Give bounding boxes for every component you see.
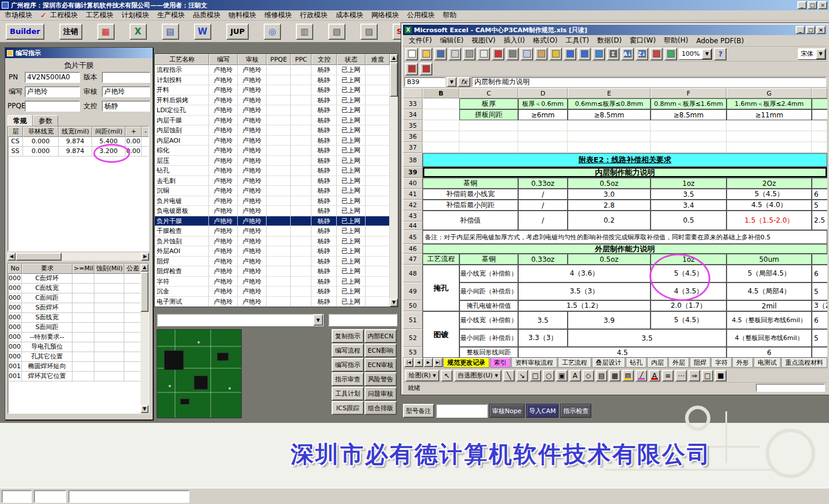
grid-cell[interactable]: 最小间距（补偿后） (459, 329, 518, 347)
print-preview-icon[interactable] (477, 48, 490, 60)
print-icon[interactable] (463, 48, 476, 60)
menu-item-7[interactable]: 物料模块 (229, 10, 256, 20)
version-field[interactable] (102, 72, 150, 83)
column-header[interactable] (403, 88, 423, 98)
oval-icon[interactable]: ○ (543, 370, 554, 381)
builder-logo[interactable]: Builder (6, 24, 44, 40)
save-icon[interactable] (434, 48, 447, 60)
row-header[interactable]: 43 (403, 211, 423, 222)
export-pdf-icon[interactable] (405, 63, 418, 75)
row-header[interactable]: 42 (403, 200, 423, 211)
excel-icon[interactable]: X (130, 24, 147, 40)
column-header[interactable]: + (126, 127, 142, 137)
grid-cell[interactable]: 5 (812, 200, 827, 211)
process-row[interactable]: 去毛刺卢艳玲卢艳玲杨静已上网 (155, 176, 390, 186)
font-name-combobox[interactable]: 宋体▼ (798, 48, 826, 60)
table-icon[interactable]: ▤ (162, 24, 179, 40)
grid-cell[interactable]: 5（局部4.5） (727, 265, 812, 282)
menu-item-10[interactable]: 成本模块 (336, 10, 363, 20)
kanban-icon[interactable]: ▦ (97, 24, 115, 40)
grid-cell[interactable]: 掩孔电镀补偿值 (459, 300, 518, 311)
sheet-tab-外形[interactable]: 外形 (732, 358, 753, 368)
ics-track-button[interactable]: ICS跟踪 (332, 401, 364, 415)
sheet-tab-重点流程材料[interactable]: 重点流程材料 (781, 358, 827, 368)
row-header[interactable]: 49 (403, 282, 423, 300)
excel-menu-item-1[interactable]: 文件(F) (405, 35, 435, 46)
grid-cell-empty[interactable] (459, 142, 518, 153)
scroll-thumb[interactable] (140, 272, 149, 312)
excel-menu-item-10[interactable]: Adobe PDF(B) (693, 36, 747, 45)
process-select-combobox[interactable]: ▼ (157, 314, 324, 326)
grid-cell[interactable]: 3.5（3） (518, 282, 651, 300)
grid-cell[interactable]: 0.33oz (518, 178, 568, 189)
fill-color-icon[interactable]: ▨ (622, 370, 634, 381)
row-header[interactable]: 46 (403, 244, 423, 254)
grid-cell[interactable]: 6 (727, 347, 812, 358)
grid-cell[interactable]: 0.33oz (518, 254, 568, 265)
column-header[interactable]: 文控 (311, 54, 337, 65)
hyperlink-icon[interactable] (592, 48, 605, 60)
grid-cell[interactable]: 5（4.5） (651, 311, 727, 329)
arrow-icon[interactable]: ↘ (516, 370, 528, 381)
table-row[interactable]: 000S面线宽 (8, 313, 142, 323)
sort-asc-icon[interactable]: A↓ (621, 48, 634, 60)
process-row[interactable]: 负片电镀卢艳玲卢艳玲杨静已上网 (155, 196, 390, 207)
row-header[interactable]: 48 (403, 265, 423, 282)
sheet-tab-钻孔[interactable]: 钻孔 (626, 358, 647, 368)
restore-button[interactable]: □ (806, 26, 815, 34)
grid-cell[interactable] (812, 109, 827, 120)
instruction-review-button[interactable]: 指示审查 (332, 372, 364, 386)
grid-cell[interactable]: 2Oz (727, 178, 812, 189)
row-header[interactable]: 45 (403, 230, 423, 244)
grid-cell-empty[interactable] (518, 120, 568, 131)
combine-layout-button[interactable]: 组合排版 (364, 401, 397, 415)
menu-item-9[interactable]: 行政模块 (300, 10, 328, 20)
grid-cell[interactable]: 2.5 (812, 211, 827, 230)
fax-icon[interactable]: ▥ (296, 24, 313, 40)
writer-field[interactable]: 卢艳玲 (25, 86, 80, 97)
menu-item-3[interactable]: 工艺模块 (86, 10, 113, 20)
instruction-check-button[interactable]: 指示检查 (560, 404, 591, 418)
cut-icon[interactable] (506, 48, 519, 60)
grid-cell-empty[interactable] (459, 120, 518, 131)
scroll-track[interactable] (16, 253, 141, 261)
dash-style-icon[interactable]: ⋯ (675, 370, 687, 381)
grid-cell-empty[interactable] (651, 131, 727, 142)
grid-cell[interactable]: 5 (812, 282, 827, 300)
table-row[interactable]: 000C面线宽 (8, 284, 142, 293)
excel-menu-item-2[interactable]: 编辑(E) (436, 35, 467, 46)
grid-cell-empty[interactable] (518, 142, 568, 153)
grid-cell[interactable]: 最小线宽（补偿前） (459, 311, 518, 329)
grid-cell[interactable]: 最小线宽（补偿前） (459, 265, 518, 282)
audit-nope-button[interactable]: 审核Nope (489, 404, 524, 418)
scroll-thumb[interactable] (390, 62, 398, 97)
grid-cell[interactable]: ≥11mm (727, 109, 812, 120)
process-row[interactable]: 负电镀磨板卢艳玲卢艳玲杨静已上网 (155, 206, 390, 216)
tab-参数[interactable]: 参数 (33, 115, 58, 126)
row-header[interactable]: 38 (403, 153, 423, 167)
pdf-settings-icon[interactable] (420, 63, 432, 75)
table-row[interactable]: 000--特别要求-- (8, 333, 142, 342)
grid-cell[interactable]: / (518, 189, 568, 200)
minimize-button[interactable]: _ (797, 1, 807, 9)
grid-cell[interactable] (812, 178, 827, 189)
grid-cell[interactable]: 板厚＜0.6mm (518, 98, 568, 109)
table-row[interactable]: 000S面间距 (8, 323, 142, 333)
rectangle-icon[interactable]: □ (530, 370, 541, 381)
grid-cell[interactable]: ≥6mm (518, 109, 568, 120)
grid-cell-empty[interactable] (651, 142, 727, 153)
process-row[interactable]: 流程指示卢艳玲卢艳玲杨静已上网 (155, 65, 390, 75)
issue-audit-button[interactable]: 问题审核 (364, 387, 397, 400)
grid-cell-empty[interactable] (812, 142, 827, 153)
line-icon[interactable]: ╲ (503, 370, 515, 381)
close-button[interactable]: × (818, 1, 827, 9)
aux-field[interactable] (328, 314, 397, 326)
grid-cell[interactable]: 3.9 (568, 311, 651, 329)
requirement-table-vscrollbar[interactable]: ▲ ▼ (140, 264, 149, 413)
copy-instruction-button[interactable]: 复制指示 (332, 329, 364, 343)
process-table-vscrollbar[interactable]: ▲ ▼ (390, 54, 398, 307)
grid-cell[interactable]: 3.4 (651, 200, 727, 211)
process-row[interactable]: 沉铜卢艳玲卢艳玲杨静已上网 (155, 186, 390, 196)
column-header[interactable]: 公差 (124, 264, 142, 274)
grid-cell[interactable]: 0.8mm＜板厚≤1.6mm (651, 98, 727, 109)
